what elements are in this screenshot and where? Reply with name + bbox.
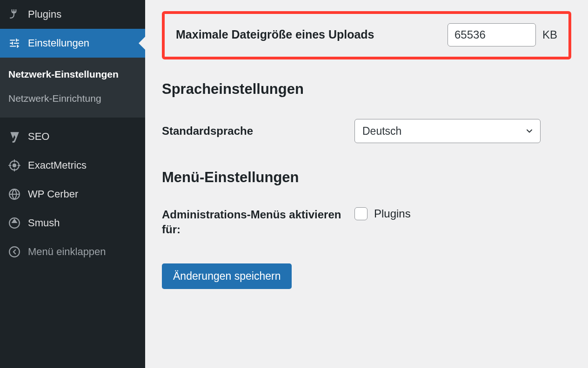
target-icon xyxy=(7,158,21,172)
sidebar-item-label: SEO xyxy=(28,131,49,143)
max-upload-unit: KB xyxy=(542,28,557,41)
max-upload-label: Maximale Dateigröße eines Uploads xyxy=(176,27,436,43)
max-upload-input[interactable] xyxy=(448,23,536,46)
sidebar-item-settings[interactable]: Einstellungen xyxy=(0,29,145,58)
sidebar-item-exactmetrics[interactable]: ExactMetrics xyxy=(0,151,145,180)
sidebar-item-plugins[interactable]: Plugins xyxy=(0,0,145,29)
sidebar-item-seo[interactable]: SEO xyxy=(0,122,145,151)
save-button[interactable]: Änderungen speichern xyxy=(162,263,292,289)
sidebar-item-label: Einstellungen xyxy=(28,37,89,49)
max-upload-row: Maximale Dateigröße eines Uploads KB xyxy=(162,11,571,59)
language-heading: Spracheinstellungen xyxy=(162,81,571,98)
admin-menus-label: Administrations-Menüs aktivieren für: xyxy=(162,207,343,237)
sidebar-item-label: ExactMetrics xyxy=(28,159,87,171)
sidebar-item-label: Plugins xyxy=(28,8,61,20)
sidebar-item-label: Smush xyxy=(28,217,60,229)
plugins-checkbox[interactable] xyxy=(354,207,368,220)
plugins-checkbox-label[interactable]: Plugins xyxy=(374,207,411,220)
sidebar-item-label: WP Cerber xyxy=(28,188,78,200)
collapse-icon xyxy=(7,245,21,259)
default-language-label: Standardsprache xyxy=(162,124,343,138)
settings-content: Maximale Dateigröße eines Uploads KB Spr… xyxy=(145,0,588,368)
default-language-select-wrap: Deutsch xyxy=(354,119,541,143)
sidebar-item-wpcerber[interactable]: WP Cerber xyxy=(0,180,145,209)
plugins-checkbox-row: Plugins xyxy=(354,207,571,220)
submenu-item-label: Netzwerk-Einrichtung xyxy=(8,93,101,104)
sidebar-item-smush[interactable]: Smush xyxy=(0,209,145,237)
submenu-item-network-settings[interactable]: Netzwerk-Einstellungen xyxy=(0,62,145,86)
submenu-item-label: Netzwerk-Einstellungen xyxy=(8,69,119,79)
yoast-icon xyxy=(7,130,21,144)
sidebar-submenu: Netzwerk-Einstellungen Netzwerk-Einricht… xyxy=(0,58,145,118)
svg-point-4 xyxy=(9,247,20,257)
sliders-icon xyxy=(7,36,21,50)
default-language-row: Standardsprache Deutsch xyxy=(162,119,571,143)
smush-icon xyxy=(7,216,21,230)
svg-point-1 xyxy=(13,163,17,167)
menu-settings-heading: Menü-Einstellungen xyxy=(162,169,571,186)
sidebar-collapse[interactable]: Menü einklappen xyxy=(0,237,145,266)
admin-menus-row: Administrations-Menüs aktivieren für: Pl… xyxy=(162,207,571,237)
plug-icon xyxy=(7,7,21,21)
sidebar-collapse-label: Menü einklappen xyxy=(28,246,106,258)
submenu-item-network-setup[interactable]: Netzwerk-Einrichtung xyxy=(0,86,145,111)
sidebar-separator xyxy=(0,118,145,122)
default-language-select[interactable]: Deutsch xyxy=(354,119,541,143)
max-upload-field: KB xyxy=(448,23,557,46)
admin-sidebar: Plugins Einstellungen Netzwerk-Einstellu… xyxy=(0,0,145,368)
globe-shield-icon xyxy=(7,187,21,201)
